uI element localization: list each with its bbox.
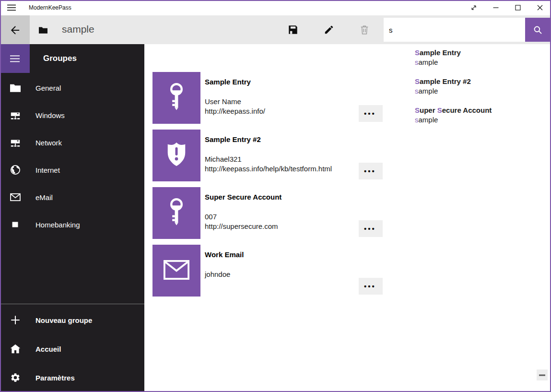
titlebar: ModernKeePass	[0, 0, 551, 15]
group-label: eMail	[35, 193, 53, 201]
plus-icon	[10, 315, 21, 325]
search-result-item[interactable]: Sample Entry #2sample	[409, 77, 550, 106]
sidebar: Groupes GeneralWindowsNetworkInterneteMa…	[0, 44, 144, 392]
footer-label: Accueil	[35, 345, 61, 353]
window-border-left	[0, 0, 1, 392]
entry-title: Super Secure Account	[205, 193, 281, 201]
search-result-title: Sample Entry	[415, 48, 544, 58]
command-bar: sample	[0, 15, 551, 44]
footer-label: Paramètres	[35, 374, 75, 382]
square-icon	[10, 219, 21, 230]
search-result-subtitle: sample	[415, 58, 544, 67]
entry-row-super-secure-account[interactable]: Super Secure Account007http://supersecur…	[152, 187, 383, 239]
sidebar-item-internet[interactable]: Internet	[0, 156, 144, 183]
sidebar-footer-list: Nouveau groupeAccueilParamètres	[0, 306, 144, 392]
home-icon	[10, 344, 21, 354]
entry-more-button[interactable]: •••	[359, 163, 383, 179]
entry-more-button[interactable]: •••	[359, 278, 383, 295]
semantic-zoom-out-button[interactable]	[537, 369, 548, 380]
app-title: ModernKeePass	[29, 0, 71, 15]
group-list: GeneralWindowsNetworkInterneteMailHomeba…	[0, 74, 144, 238]
group-label: Internet	[35, 166, 60, 174]
entry-title: Sample Entry	[205, 78, 251, 86]
key-icon	[167, 198, 186, 228]
minus-icon	[539, 374, 545, 376]
entry-url: http://keepass.info/	[205, 107, 265, 115]
sidebar-item-homebanking[interactable]: Homebanking	[0, 211, 144, 238]
sidebar-item-email[interactable]: eMail	[0, 183, 144, 211]
entry-username: User Name	[205, 97, 241, 106]
sidebar-footer: Nouveau groupeAccueilParamètres	[0, 304, 144, 392]
entry-icon-tile	[152, 130, 200, 181]
entry-row-sample-entry[interactable]: Sample EntryUser Namehttp://keepass.info…	[152, 72, 383, 124]
entry-list-panel: Sample EntryUser Namehttp://keepass.info…	[144, 44, 551, 392]
entry-more-button[interactable]: •••	[359, 105, 383, 122]
entry-username: johndoe	[205, 270, 230, 278]
entries: Sample EntryUser Namehttp://keepass.info…	[152, 72, 383, 302]
entry-icon-tile	[152, 245, 200, 297]
group-label: Network	[35, 138, 62, 146]
mail-icon	[10, 192, 21, 202]
maximize-icon[interactable]	[507, 0, 529, 15]
entry-url: http://supersecure.com	[205, 222, 278, 230]
key-icon	[167, 83, 186, 113]
back-button[interactable]	[0, 15, 30, 44]
search-result-subtitle: sample	[415, 115, 544, 125]
minimize-icon[interactable]	[485, 0, 507, 15]
window-controls	[463, 0, 551, 15]
edit-button[interactable]	[317, 15, 341, 44]
entry-icon-tile	[152, 187, 200, 239]
entry-username: Michael321	[205, 155, 242, 163]
database-title: sample	[62, 15, 94, 43]
entry-row-work-email[interactable]: Work Emailjohndoe•••	[152, 245, 383, 297]
sidebar-item-network[interactable]: Network	[0, 129, 144, 156]
sidebar-item-settings[interactable]: Paramètres	[0, 363, 144, 392]
close-icon[interactable]	[529, 0, 551, 15]
search-button[interactable]	[525, 18, 550, 42]
network-icon	[10, 110, 21, 120]
sidebar-item-general[interactable]: General	[0, 74, 144, 101]
search-icon	[533, 25, 542, 35]
entry-username: 007	[205, 213, 217, 221]
globe-icon	[10, 165, 21, 175]
entry-title: Sample Entry #2	[205, 135, 261, 143]
sidebar-item-home[interactable]: Accueil	[0, 334, 144, 363]
group-label: General	[35, 83, 61, 92]
search-result-item[interactable]: Super Secure Accountsample	[409, 106, 550, 134]
search-result-item[interactable]: Sample Entrysample	[409, 48, 550, 77]
search-result-title: Super Secure Account	[415, 106, 544, 115]
database-folder-icon	[39, 26, 47, 34]
hamburger-icon	[10, 55, 20, 62]
search-result-subtitle: sample	[415, 86, 544, 96]
group-label: Homebanking	[35, 220, 80, 228]
hamburger-icon[interactable]	[0, 0, 23, 15]
fullscreen-icon[interactable]	[463, 0, 485, 15]
mailtile-icon	[164, 260, 189, 282]
gear-icon	[10, 372, 21, 383]
search-box	[384, 18, 525, 42]
sidebar-item-windows[interactable]: Windows	[0, 101, 144, 129]
search-results-dropdown: Sample EntrysampleSample Entry #2sampleS…	[409, 44, 550, 138]
entry-icon-tile	[152, 72, 200, 124]
footer-label: Nouveau groupe	[35, 316, 92, 324]
sidebar-item-new-group[interactable]: Nouveau groupe	[0, 306, 144, 334]
pane-toggle-button[interactable]	[0, 44, 30, 73]
delete-button[interactable]	[352, 15, 376, 44]
groups-header: Groupes	[43, 44, 77, 73]
entry-title: Work Email	[205, 250, 244, 259]
shield-icon	[164, 141, 188, 170]
window-border-top	[0, 0, 551, 1]
folder-icon	[10, 83, 21, 93]
entry-url: http://keepass.info/help/kb/testform.htm…	[205, 165, 332, 173]
save-button[interactable]	[281, 15, 305, 44]
search-input[interactable]	[384, 18, 525, 42]
entry-row-sample-entry-2[interactable]: Sample Entry #2Michael321http://keepass.…	[152, 130, 383, 181]
group-label: Windows	[35, 111, 65, 119]
search-result-title: Sample Entry #2	[415, 77, 544, 86]
network-icon	[10, 137, 21, 148]
entry-more-button[interactable]: •••	[359, 220, 383, 237]
